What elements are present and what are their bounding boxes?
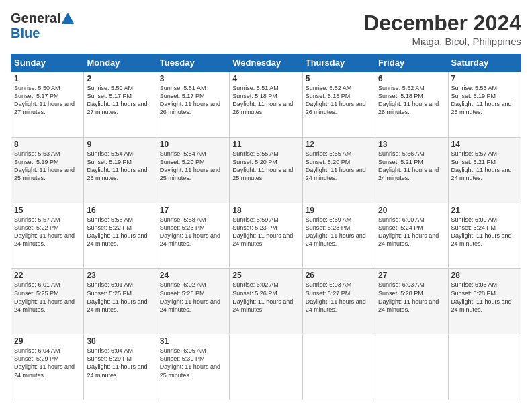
col-saturday: Saturday bbox=[448, 54, 521, 72]
col-friday: Friday bbox=[375, 54, 448, 72]
table-row: 27 Sunrise: 6:03 AM Sunset: 5:28 PM Dayl… bbox=[375, 269, 448, 334]
sunrise-text: Sunrise: 5:53 AM bbox=[14, 150, 60, 157]
day-number: 21 bbox=[451, 205, 518, 215]
sunrise-text: Sunrise: 5:54 AM bbox=[87, 150, 133, 157]
daylight-text: Daylight: 11 hours and 25 minutes. bbox=[160, 363, 220, 378]
cell-content: Sunrise: 5:51 AM Sunset: 5:17 PM Dayligh… bbox=[160, 84, 226, 117]
day-number: 20 bbox=[378, 205, 445, 215]
cell-content: Sunrise: 5:50 AM Sunset: 5:17 PM Dayligh… bbox=[87, 84, 153, 117]
table-row: 2 Sunrise: 5:50 AM Sunset: 5:17 PM Dayli… bbox=[84, 72, 157, 138]
cell-content: Sunrise: 6:02 AM Sunset: 5:26 PM Dayligh… bbox=[232, 281, 299, 314]
day-number: 12 bbox=[306, 140, 372, 149]
cell-content: Sunrise: 5:57 AM Sunset: 5:22 PM Dayligh… bbox=[14, 216, 81, 248]
sunset-text: Sunset: 5:17 PM bbox=[14, 93, 59, 99]
day-number: 19 bbox=[306, 205, 372, 215]
daylight-text: Daylight: 11 hours and 24 minutes. bbox=[232, 232, 293, 247]
sunset-text: Sunset: 5:19 PM bbox=[14, 158, 59, 165]
sunrise-text: Sunrise: 5:51 AM bbox=[160, 85, 206, 91]
cell-content: Sunrise: 6:03 AM Sunset: 5:27 PM Dayligh… bbox=[306, 281, 372, 314]
daylight-text: Daylight: 11 hours and 26 minutes. bbox=[232, 101, 293, 116]
day-number: 18 bbox=[232, 205, 299, 215]
sunrise-text: Sunrise: 6:03 AM bbox=[306, 281, 352, 288]
cell-content: Sunrise: 5:55 AM Sunset: 5:20 PM Dayligh… bbox=[232, 150, 299, 183]
table-row: 11 Sunrise: 5:55 AM Sunset: 5:20 PM Dayl… bbox=[230, 137, 302, 203]
daylight-text: Daylight: 11 hours and 24 minutes. bbox=[451, 232, 512, 247]
day-number: 26 bbox=[306, 271, 372, 280]
table-row: 12 Sunrise: 5:55 AM Sunset: 5:20 PM Dayl… bbox=[302, 137, 375, 203]
sunset-text: Sunset: 5:27 PM bbox=[306, 290, 351, 297]
sunrise-text: Sunrise: 5:55 AM bbox=[232, 150, 279, 157]
sunset-text: Sunset: 5:23 PM bbox=[160, 224, 205, 231]
cell-content: Sunrise: 5:57 AM Sunset: 5:21 PM Dayligh… bbox=[451, 150, 518, 183]
daylight-text: Daylight: 11 hours and 24 minutes. bbox=[451, 167, 512, 181]
cell-content: Sunrise: 6:05 AM Sunset: 5:30 PM Dayligh… bbox=[160, 347, 226, 379]
table-row: 29 Sunrise: 6:04 AM Sunset: 5:29 PM Dayl… bbox=[11, 334, 84, 400]
page: General Blue December 2024 Miaga, Bicol,… bbox=[0, 0, 532, 411]
sunrise-text: Sunrise: 6:00 AM bbox=[378, 216, 425, 223]
sunset-text: Sunset: 5:29 PM bbox=[87, 355, 132, 362]
table-row: 10 Sunrise: 5:54 AM Sunset: 5:20 PM Dayl… bbox=[157, 137, 229, 203]
day-number: 5 bbox=[306, 74, 372, 83]
sunrise-text: Sunrise: 6:02 AM bbox=[160, 281, 206, 288]
table-row: 28 Sunrise: 6:03 AM Sunset: 5:28 PM Dayl… bbox=[448, 269, 521, 334]
daylight-text: Daylight: 11 hours and 26 minutes. bbox=[160, 101, 220, 116]
calendar-row: 29 Sunrise: 6:04 AM Sunset: 5:29 PM Dayl… bbox=[11, 334, 521, 400]
table-row bbox=[448, 334, 521, 400]
cell-content: Sunrise: 6:04 AM Sunset: 5:29 PM Dayligh… bbox=[14, 347, 81, 379]
table-row: 30 Sunrise: 6:04 AM Sunset: 5:29 PM Dayl… bbox=[84, 334, 157, 400]
sunrise-text: Sunrise: 5:59 AM bbox=[232, 216, 279, 223]
calendar-table: Sunday Monday Tuesday Wednesday Thursday… bbox=[11, 54, 521, 400]
table-row: 6 Sunrise: 5:52 AM Sunset: 5:18 PM Dayli… bbox=[375, 72, 448, 138]
sunrise-text: Sunrise: 5:52 AM bbox=[378, 85, 425, 91]
cell-content: Sunrise: 5:58 AM Sunset: 5:23 PM Dayligh… bbox=[160, 216, 226, 248]
daylight-text: Daylight: 11 hours and 25 minutes. bbox=[451, 101, 512, 116]
col-sunday: Sunday bbox=[11, 54, 84, 72]
daylight-text: Daylight: 11 hours and 24 minutes. bbox=[306, 167, 366, 181]
table-row: 4 Sunrise: 5:51 AM Sunset: 5:18 PM Dayli… bbox=[230, 72, 302, 138]
day-number: 31 bbox=[160, 336, 226, 346]
cell-content: Sunrise: 5:59 AM Sunset: 5:23 PM Dayligh… bbox=[306, 216, 372, 248]
table-row bbox=[375, 334, 448, 400]
sunrise-text: Sunrise: 6:05 AM bbox=[160, 347, 206, 354]
daylight-text: Daylight: 11 hours and 24 minutes. bbox=[87, 363, 147, 378]
cell-content: Sunrise: 5:58 AM Sunset: 5:22 PM Dayligh… bbox=[87, 216, 153, 248]
sunset-text: Sunset: 5:21 PM bbox=[378, 158, 423, 165]
daylight-text: Daylight: 11 hours and 26 minutes. bbox=[306, 101, 366, 116]
daylight-text: Daylight: 11 hours and 24 minutes. bbox=[306, 298, 366, 313]
cell-content: Sunrise: 6:02 AM Sunset: 5:26 PM Dayligh… bbox=[160, 281, 226, 314]
sunset-text: Sunset: 5:17 PM bbox=[160, 93, 205, 99]
sunrise-text: Sunrise: 6:03 AM bbox=[451, 281, 498, 288]
cell-content: Sunrise: 5:52 AM Sunset: 5:18 PM Dayligh… bbox=[306, 84, 372, 117]
daylight-text: Daylight: 11 hours and 26 minutes. bbox=[378, 101, 439, 116]
sunset-text: Sunset: 5:21 PM bbox=[451, 158, 496, 165]
day-number: 28 bbox=[451, 271, 518, 280]
day-number: 3 bbox=[160, 74, 226, 83]
table-row: 18 Sunrise: 5:59 AM Sunset: 5:23 PM Dayl… bbox=[230, 203, 302, 269]
day-number: 9 bbox=[87, 140, 153, 149]
table-row: 22 Sunrise: 6:01 AM Sunset: 5:25 PM Dayl… bbox=[11, 269, 84, 334]
table-row: 26 Sunrise: 6:03 AM Sunset: 5:27 PM Dayl… bbox=[302, 269, 375, 334]
daylight-text: Daylight: 11 hours and 27 minutes. bbox=[14, 101, 75, 116]
sunset-text: Sunset: 5:19 PM bbox=[87, 158, 132, 165]
cell-content: Sunrise: 5:53 AM Sunset: 5:19 PM Dayligh… bbox=[451, 84, 518, 117]
sunset-text: Sunset: 5:25 PM bbox=[14, 290, 59, 297]
sunset-text: Sunset: 5:26 PM bbox=[232, 290, 277, 297]
daylight-text: Daylight: 11 hours and 24 minutes. bbox=[378, 298, 439, 313]
daylight-text: Daylight: 11 hours and 24 minutes. bbox=[160, 298, 220, 313]
sunset-text: Sunset: 5:18 PM bbox=[378, 93, 423, 99]
table-row: 23 Sunrise: 6:01 AM Sunset: 5:25 PM Dayl… bbox=[84, 269, 157, 334]
sunrise-text: Sunrise: 6:01 AM bbox=[14, 281, 60, 288]
sunrise-text: Sunrise: 5:54 AM bbox=[160, 150, 206, 157]
day-number: 27 bbox=[378, 271, 445, 280]
table-row: 8 Sunrise: 5:53 AM Sunset: 5:19 PM Dayli… bbox=[11, 137, 84, 203]
table-row: 15 Sunrise: 5:57 AM Sunset: 5:22 PM Dayl… bbox=[11, 203, 84, 269]
daylight-text: Daylight: 11 hours and 25 minutes. bbox=[14, 167, 75, 181]
sunrise-text: Sunrise: 5:57 AM bbox=[14, 216, 60, 223]
day-number: 22 bbox=[14, 271, 81, 280]
sunset-text: Sunset: 5:25 PM bbox=[87, 290, 132, 297]
cell-content: Sunrise: 5:59 AM Sunset: 5:23 PM Dayligh… bbox=[232, 216, 299, 248]
sunset-text: Sunset: 5:24 PM bbox=[451, 224, 496, 231]
title-section: December 2024 Miaga, Bicol, Philippines bbox=[363, 11, 521, 47]
col-tuesday: Tuesday bbox=[157, 54, 229, 72]
col-thursday: Thursday bbox=[302, 54, 375, 72]
